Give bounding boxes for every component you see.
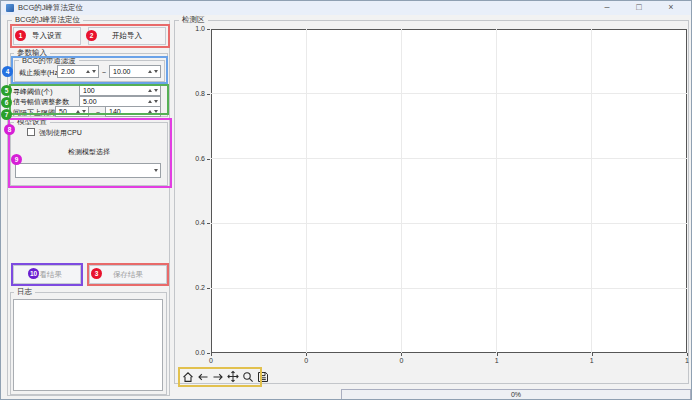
close-button[interactable]: × [655,1,687,15]
minimize-button[interactable]: – [591,1,623,15]
annotation-mark-4: 4 [2,66,13,77]
annotation-mark-5: 5 [1,85,12,96]
plot-panel-group-title: 检测区 [179,15,208,24]
annotation-box-param-rows [9,84,169,115]
annotation-box-model-group [8,118,172,188]
annotation-mark-6: 6 [1,97,12,108]
annotation-mark-2: 2 [86,30,97,41]
plot-canvas[interactable] [211,29,687,353]
annotation-box-view-results [11,263,83,286]
progress-text: 0% [511,391,521,398]
left-panel-group-title: BCG的J峰算法定位 [12,15,83,24]
log-listbox[interactable] [13,299,163,391]
annotation-mark-8: 8 [4,124,15,135]
maximize-button[interactable]: □ [623,1,655,15]
log-group-title: 日志 [14,287,35,296]
annotation-box-bandpass [11,56,168,84]
annotation-mark-1: 1 [15,30,26,41]
annotation-mark-7: 7 [1,109,12,120]
annotation-box-toolbar [178,367,262,387]
progress-bar: 0% [341,389,691,400]
annotation-mark-10: 10 [28,268,39,279]
annotation-mark-9: 9 [11,154,22,165]
title-bar: BCG的J峰算法定位 [1,1,691,15]
annotation-mark-3: 3 [91,268,102,279]
app-icon [6,4,14,12]
app-window: BCG的J峰算法定位 – □ × BCG的J峰算法定位 导入设置 开始导入 参数… [0,0,692,400]
window-title: BCG的J峰算法定位 [18,3,83,13]
window-controls: – □ × [591,1,687,15]
